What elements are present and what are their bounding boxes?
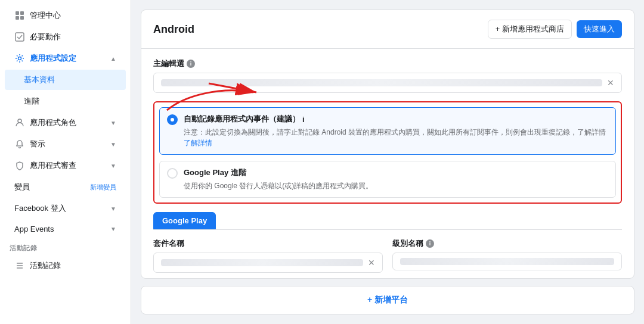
- activity-log-section: 活動記錄: [0, 239, 131, 255]
- sidebar-item-members-label: 變員: [14, 182, 30, 192]
- android-body: 主編輯選 i ✕: [141, 49, 634, 279]
- sidebar-item-app-events-label: App Events: [14, 225, 54, 233]
- category-name-row: 級別名稱 i: [392, 238, 622, 273]
- sidebar-item-basic-info-label: 基本資料: [24, 74, 55, 85]
- sidebar-item-alerts-label: 警示: [30, 139, 45, 149]
- sidebar-item-app-settings[interactable]: 應用程式設定 ▲: [5, 48, 126, 68]
- store-selector-row: 主編輯選 i ✕: [153, 58, 622, 93]
- sidebar-item-activity-log-label: 活動記錄: [30, 260, 61, 271]
- new-member-badge[interactable]: 新增變員: [90, 183, 116, 192]
- sidebar-item-fb-login[interactable]: Facebook 登入 ▼: [5, 198, 126, 219]
- bottom-bar: + 新增平台: [141, 286, 634, 314]
- clear-store-icon[interactable]: ✕: [607, 78, 614, 88]
- clear-event-icon[interactable]: ✕: [368, 258, 375, 267]
- store-input-value: [161, 79, 602, 86]
- tab-bar-container: Google Play: [153, 212, 622, 230]
- radio-auto-log-desc: 注意：此設定切換為關閉後，請字止對記錄 Android 裝置的應用程式內購買，關…: [184, 127, 608, 148]
- android-header-actions: + 新增應用程式商店 快速進入: [488, 20, 622, 39]
- category-name-label: 級別名稱 i: [392, 238, 622, 249]
- sidebar-item-domain-label: 進階: [24, 96, 39, 107]
- svg-point-5: [18, 57, 21, 60]
- sidebar-item-app-review-label: 應用程式審查: [30, 160, 76, 171]
- radio-google-play-dot: [167, 168, 178, 179]
- auto-log-info-icon[interactable]: i: [302, 115, 305, 124]
- sidebar-item-admin[interactable]: 管理中心: [5, 5, 126, 26]
- chevron-up-icon: ▲: [110, 55, 116, 62]
- sidebar-item-actions[interactable]: 必要動作: [5, 27, 126, 47]
- android-title: Android: [153, 23, 194, 36]
- sidebar-item-app-roles[interactable]: 應用程式角色 ▼: [5, 113, 126, 133]
- quick-start-button[interactable]: 快速進入: [577, 20, 622, 38]
- event-name-value: [161, 259, 363, 266]
- radio-auto-log-content: 自動記錄應用程式內事件（建議） i 注意：此設定切換為關閉後，請字止對記錄 An…: [184, 114, 608, 148]
- radio-auto-log[interactable]: 自動記錄應用程式內事件（建議） i 注意：此設定切換為關閉後，請字止對記錄 An…: [159, 107, 616, 155]
- android-panel: Android + 新增應用程式商店 快速進入 主編輯選 i: [141, 10, 634, 279]
- event-name-input[interactable]: ✕: [153, 253, 383, 273]
- sidebar-item-basic-info[interactable]: 基本資料: [5, 70, 126, 90]
- android-panel-header: Android + 新增應用程式商店 快速進入: [141, 10, 634, 49]
- main-content: Android + 新增應用程式商店 快速進入 主編輯選 i: [131, 0, 644, 324]
- chevron-down-icon-4: ▼: [110, 205, 116, 212]
- tab-bar: Google Play: [153, 212, 622, 230]
- sidebar-item-activity-log[interactable]: 活動記錄: [5, 256, 126, 276]
- learn-more-link[interactable]: 了解詳情: [184, 139, 212, 147]
- sidebar-item-app-review[interactable]: 應用程式審查 ▼: [5, 155, 126, 176]
- category-info-icon[interactable]: i: [426, 239, 434, 248]
- tab-google-play[interactable]: Google Play: [153, 212, 216, 229]
- category-name-input[interactable]: [392, 253, 622, 270]
- store-input[interactable]: ✕: [153, 73, 622, 93]
- sidebar-item-actions-label: 必要動作: [30, 32, 61, 42]
- radio-group: 自動記錄應用程式內事件（建議） i 注意：此設定切換為關閉後，請字止對記錄 An…: [153, 101, 622, 204]
- event-name-label: 套件名稱: [153, 238, 383, 249]
- sidebar-item-app-roles-label: 應用程式角色: [30, 117, 76, 128]
- sidebar-item-admin-label: 管理中心: [30, 10, 61, 21]
- sidebar-item-members[interactable]: 變員 新增變員: [5, 177, 126, 197]
- gear-icon: [14, 53, 25, 64]
- sidebar-item-alerts[interactable]: 警示 ▼: [5, 134, 126, 154]
- sidebar-item-app-settings-label: 應用程式設定: [30, 53, 76, 64]
- event-category-fields: 套件名稱 ✕ 級別名稱 i: [153, 238, 622, 273]
- radio-auto-log-title: 自動記錄應用程式內事件（建議） i: [184, 114, 608, 124]
- chevron-down-icon-3: ▼: [110, 163, 116, 169]
- sidebar: 管理中心 必要動作 應用程式設定 ▲ 基本資料 進階 應用程式角色 ▼: [0, 0, 131, 324]
- check-square-icon: [14, 32, 25, 42]
- svg-point-6: [18, 119, 21, 123]
- bell-icon: [14, 139, 25, 149]
- svg-rect-3: [20, 16, 24, 20]
- chevron-down-icon: ▼: [110, 120, 116, 126]
- radio-google-play-content: Google Play 進階 使用你的 Google 發行人憑藉以(或)詳稿的應…: [184, 167, 608, 191]
- sidebar-item-fb-login-label: Facebook 登入: [14, 203, 66, 214]
- sidebar-item-domain[interactable]: 進階: [5, 91, 126, 111]
- svg-rect-2: [16, 16, 19, 20]
- category-value: [400, 258, 614, 265]
- store-info-icon[interactable]: i: [187, 60, 195, 68]
- list-icon: [14, 260, 25, 271]
- radio-google-play-title: Google Play 進階: [184, 167, 608, 178]
- grid-icon: [14, 10, 25, 21]
- sidebar-item-app-events[interactable]: App Events ▼: [5, 220, 126, 238]
- radio-google-play[interactable]: Google Play 進階 使用你的 Google 發行人憑藉以(或)詳稿的應…: [159, 161, 616, 198]
- svg-rect-1: [20, 11, 24, 15]
- chevron-down-icon-2: ▼: [110, 141, 116, 148]
- add-platform-button[interactable]: + 新增平台: [367, 295, 408, 306]
- svg-rect-4: [16, 33, 24, 41]
- shield-icon: [14, 160, 25, 171]
- store-selector-label: 主編輯選 i: [153, 58, 622, 69]
- event-name-row: 套件名稱 ✕: [153, 238, 383, 273]
- radio-auto-log-dot: [167, 114, 178, 125]
- svg-rect-0: [16, 11, 19, 15]
- radio-google-play-desc: 使用你的 Google 發行人憑藉以(或)詳稿的應用程式內購買。: [184, 180, 608, 191]
- chevron-down-icon-5: ▼: [110, 226, 116, 232]
- add-store-button[interactable]: + 新增應用程式商店: [488, 20, 572, 39]
- person-icon: [14, 117, 25, 128]
